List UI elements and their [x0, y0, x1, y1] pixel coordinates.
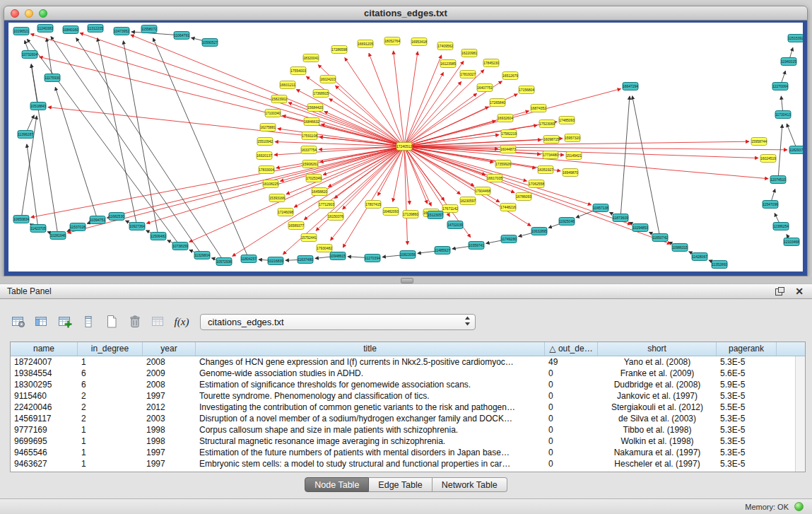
- graph-node[interactable]: 16691205: [358, 40, 373, 48]
- graph-node[interactable]: 17368915: [313, 90, 329, 98]
- graph-edge-red[interactable]: [404, 146, 768, 179]
- graph-node[interactable]: 10457138: [593, 204, 608, 212]
- graph-node[interactable]: 10473952: [114, 28, 129, 35]
- graph-node[interactable]: 11506482: [151, 233, 166, 240]
- graph-node[interactable]: 10281946: [50, 232, 66, 240]
- graph-node[interactable]: 17833004: [259, 166, 274, 174]
- graph-edge-red[interactable]: [404, 146, 460, 194]
- network-window-titlebar[interactable]: citations_edges.txt: [4, 6, 808, 21]
- graph-node[interactable]: 15393166: [269, 194, 285, 202]
- graph-node[interactable]: 17819327: [460, 71, 476, 78]
- minimize-window-button[interactable]: [25, 9, 33, 18]
- graph-node[interactable]: 11804257: [241, 255, 257, 263]
- delete-table-icon[interactable]: [126, 313, 143, 330]
- graph-node[interactable]: 16150376: [328, 213, 343, 221]
- graph-node[interactable]: 17246098: [278, 209, 293, 216]
- graph-node[interactable]: 11558072: [141, 25, 157, 33]
- graph-node[interactable]: 10650834: [13, 216, 29, 223]
- table-settings-icon[interactable]: [10, 313, 27, 330]
- graph-node[interactable]: 11730413: [775, 111, 791, 119]
- graph-node[interactable]: 17240512: [396, 143, 412, 151]
- graph-node[interactable]: 10294853: [632, 224, 648, 232]
- graph-node[interactable]: 11396287: [18, 131, 33, 139]
- graph-node[interactable]: 10986315: [672, 244, 688, 252]
- graph-node[interactable]: 17265840: [490, 99, 505, 107]
- function-builder-icon[interactable]: f(x): [173, 313, 190, 330]
- graph-node[interactable]: 16589377: [288, 222, 304, 230]
- graph-node[interactable]: 10823056: [400, 251, 416, 259]
- graph-node[interactable]: 10927364: [129, 223, 145, 230]
- graph-edge-red[interactable]: [404, 146, 428, 204]
- graph-node[interactable]: 17591108: [302, 132, 317, 140]
- graph-edge-black[interactable]: [51, 37, 202, 255]
- table-row[interactable]: 1938455462009Genome-wide association stu…: [11, 368, 805, 379]
- graph-node[interactable]: 11312205: [88, 25, 103, 33]
- graph-node[interactable]: 11329804: [194, 252, 210, 259]
- graph-node[interactable]: 11240383: [37, 25, 53, 33]
- import-table-icon[interactable]: [150, 313, 167, 330]
- graph-node[interactable]: 11423705: [30, 225, 46, 233]
- graph-node[interactable]: 16874352: [531, 105, 546, 112]
- graph-node[interactable]: 11537028: [70, 223, 86, 231]
- graph-node[interactable]: 11270394: [365, 255, 380, 262]
- graph-node[interactable]: 16230597: [460, 197, 476, 205]
- graph-node[interactable]: 16920137: [257, 152, 272, 160]
- graph-node[interactable]: 17025349: [306, 175, 322, 182]
- graph-node[interactable]: 10840160: [63, 26, 78, 34]
- graph-node[interactable]: 11485927: [435, 247, 450, 255]
- graph-node[interactable]: 17712903: [319, 201, 334, 209]
- tab-edge-table[interactable]: Edge Table: [369, 477, 432, 492]
- graph-node[interactable]: 16932604: [498, 115, 513, 122]
- graph-node[interactable]: 11547096: [763, 201, 778, 209]
- graph-node[interactable]: 17359926: [495, 160, 511, 168]
- graph-node[interactable]: 17523069: [539, 120, 555, 128]
- graph-node[interactable]: 16846632: [304, 118, 319, 126]
- column-visibility-icon[interactable]: [33, 313, 50, 330]
- graph-node[interactable]: 12103468: [784, 238, 799, 246]
- graph-node[interactable]: 14702039: [447, 221, 463, 229]
- graph-node[interactable]: 17671142: [442, 205, 458, 213]
- graph-node[interactable]: 10394751: [90, 216, 105, 224]
- graph-node[interactable]: 10518843: [30, 103, 46, 110]
- graph-node[interactable]: 16351927: [538, 166, 553, 174]
- graph-node[interactable]: 16617035: [487, 175, 502, 182]
- graph-node[interactable]: 17100340: [265, 110, 281, 117]
- graph-node[interactable]: 15123057: [428, 211, 443, 219]
- float-panel-icon[interactable]: [774, 286, 785, 296]
- graph-node[interactable]: 10738159: [172, 243, 188, 250]
- graph-edge-red[interactable]: [404, 146, 431, 206]
- splitter-grip-icon[interactable]: [401, 278, 413, 284]
- table-row[interactable]: 946554611997Estimation of the future num…: [11, 447, 805, 458]
- graph-node[interactable]: 16024519: [760, 155, 776, 163]
- graph-node[interactable]: 16098715: [543, 136, 559, 144]
- graph-node[interactable]: 17286598: [331, 46, 347, 54]
- graph-node[interactable]: 11873609: [613, 214, 628, 222]
- graph-edge-black[interactable]: [153, 38, 249, 259]
- graph-node[interactable]: 11650742: [652, 234, 668, 242]
- table-scrollbar[interactable]: [795, 356, 805, 472]
- graph-node[interactable]: 16482093: [383, 208, 399, 216]
- graph-edge-red[interactable]: [30, 34, 404, 146]
- graph-node[interactable]: 16123985: [440, 60, 456, 68]
- graph-node[interactable]: 16024203: [320, 76, 336, 83]
- graph-node[interactable]: 17139860: [403, 211, 418, 218]
- graph-edge-black[interactable]: [31, 64, 58, 235]
- column-header-2[interactable]: year: [143, 342, 196, 356]
- graph-node[interactable]: 10590527: [202, 39, 218, 47]
- graph-node[interactable]: 16786093: [516, 193, 531, 201]
- graph-edge-red[interactable]: [404, 52, 418, 146]
- graph-node[interactable]: 11175930: [45, 74, 60, 82]
- column-header-0[interactable]: name: [11, 342, 78, 356]
- graph-edge-black[interactable]: [27, 39, 180, 246]
- table-row[interactable]: 2242004622012Investigating the contribut…: [11, 402, 805, 413]
- zoom-window-button[interactable]: [39, 9, 47, 18]
- graph-node[interactable]: 17807415: [365, 201, 381, 209]
- graph-edge-black[interactable]: [778, 124, 782, 180]
- create-column-icon[interactable]: [57, 313, 73, 330]
- graph-edge-red[interactable]: [278, 129, 404, 146]
- tab-node-table[interactable]: Node Table: [305, 477, 369, 492]
- column-header-5[interactable]: short: [598, 342, 717, 356]
- row-options-icon[interactable]: [80, 313, 97, 330]
- new-table-icon[interactable]: [103, 313, 120, 330]
- graph-node[interactable]: 10216839: [268, 257, 283, 265]
